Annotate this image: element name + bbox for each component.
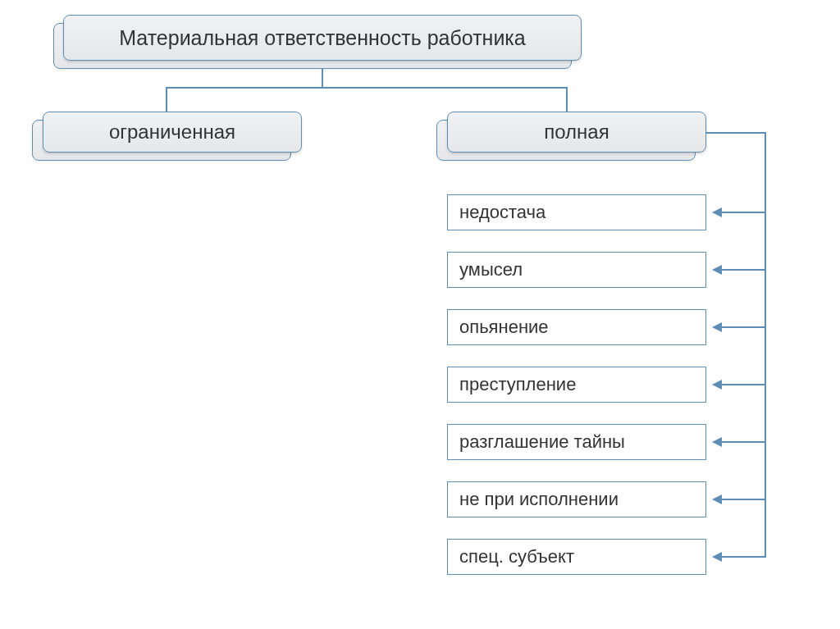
leaf-4: разглашение тайны [447, 424, 706, 460]
arrow-5-head [712, 495, 722, 504]
child-right: полная [447, 112, 706, 153]
leaf-3-label: преступление [459, 374, 576, 395]
leaf-5-label: не при исполнении [459, 489, 619, 510]
conn-root-down [322, 69, 323, 87]
root-label: Материальная ответственность работника [119, 26, 526, 50]
leaf-5: не при исполнении [447, 481, 706, 517]
child-left-label: ограниченная [109, 121, 235, 144]
arrow-6-head [712, 552, 722, 562]
arrow-4-line [722, 441, 766, 443]
trunk-right [765, 153, 766, 558]
hierarchy-diagram: Материальная ответственность работника о… [0, 0, 840, 629]
arrow-3-line [722, 384, 766, 385]
leaf-0: недостача [447, 194, 706, 230]
arrow-4-head [712, 437, 722, 447]
arrow-1-line [722, 269, 766, 271]
leaf-2-label: опьянение [459, 317, 549, 338]
trunk-attach [706, 132, 766, 134]
leaf-1-label: умысел [459, 259, 523, 280]
arrow-2-head [712, 322, 722, 332]
arrow-1-head [712, 265, 722, 275]
child-left: ограниченная [43, 112, 302, 153]
leaf-3: преступление [447, 367, 706, 403]
conn-to-left [166, 87, 167, 112]
leaf-1: умысел [447, 252, 706, 288]
arrow-5-line [722, 499, 766, 500]
arrow-0-line [722, 212, 766, 213]
conn-root-split [166, 87, 568, 89]
leaf-6: спец. субъект [447, 539, 706, 575]
arrow-0-head [712, 207, 722, 217]
root-node: Материальная ответственность работника [63, 15, 582, 61]
trunk-drop [765, 132, 766, 153]
conn-to-right [566, 87, 568, 112]
leaf-4-label: разглашение тайны [459, 431, 625, 453]
arrow-2-line [722, 326, 766, 328]
arrow-6-line [722, 556, 766, 558]
leaf-0-label: недостача [459, 202, 546, 223]
child-right-label: полная [544, 121, 609, 144]
leaf-2: опьянение [447, 309, 706, 345]
leaf-6-label: спец. субъект [459, 546, 574, 567]
arrow-3-head [712, 380, 722, 390]
